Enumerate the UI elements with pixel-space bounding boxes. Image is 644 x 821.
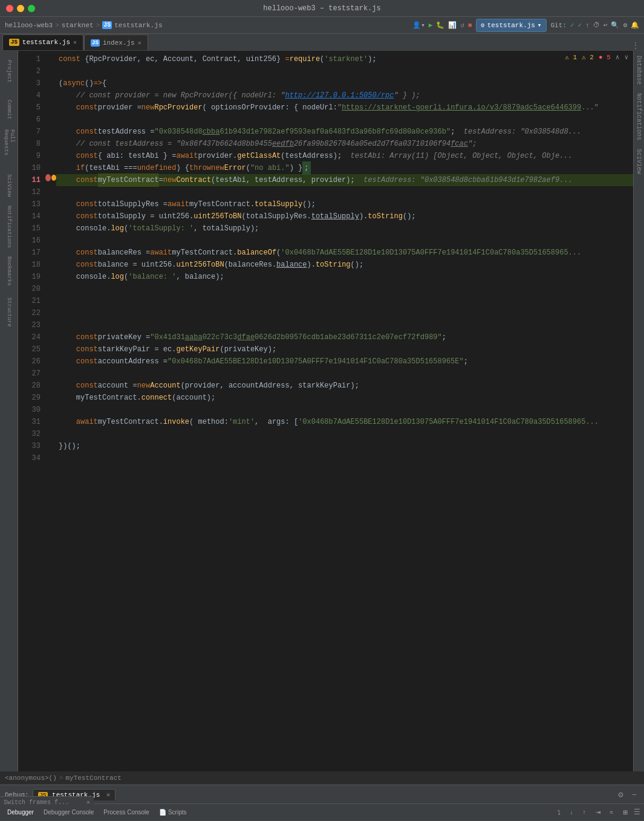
sidebar-icon-bookmarks[interactable]: Bookmarks: [2, 253, 16, 289]
code-line-2: [56, 65, 633, 77]
file-type-icon: JS: [102, 21, 112, 29]
step-out-btn[interactable]: ↑: [579, 806, 590, 819]
run-to-cursor-btn[interactable]: ⇥: [592, 806, 604, 819]
code-line-22: [56, 307, 633, 319]
git-label: Git:: [550, 22, 566, 29]
database-icon[interactable]: Database: [636, 53, 642, 87]
panel-menu-icon[interactable]: ☰: [634, 808, 640, 817]
warning-badge-1: ⚠ 1: [565, 53, 577, 61]
gutter: [45, 51, 56, 771]
reload-icon[interactable]: ↺: [460, 21, 464, 29]
code-line-7: const testAddress = "0x038548d8cbba61b94…: [56, 126, 633, 138]
collapse-icon[interactable]: ∧: [616, 53, 620, 61]
editor-menu-icon[interactable]: ⋮: [632, 41, 644, 50]
code-line-26: const accountAddress = "0x0468b7AdAE55BE…: [56, 355, 633, 368]
search-icon[interactable]: 🔍: [611, 21, 619, 29]
code-content[interactable]: const {RpcProvider, ec, Account, Contrac…: [56, 51, 633, 771]
code-line-25: const starkKeyPair = ec.getKeyPair(priva…: [56, 343, 633, 355]
debugger-console-tab-btn[interactable]: Debugger Console: [40, 806, 97, 819]
step-over-btn[interactable]: ⤵: [554, 806, 564, 819]
tab-close-teststark[interactable]: ✕: [73, 39, 77, 46]
sciview-right-icon[interactable]: SciView: [636, 146, 642, 177]
tab-teststark[interactable]: JS teststark.js ✕: [2, 34, 83, 50]
settings-icon[interactable]: ⚙: [623, 21, 627, 29]
debug-header: Debug: JS teststark.js ✕ ⚙ −: [0, 786, 644, 804]
tab-label-index: index.js: [103, 39, 135, 47]
maximize-button[interactable]: [28, 5, 35, 12]
code-line-21: [56, 295, 633, 307]
editor-area: ⚠ 1 ⚠ 2 ● 5 ∧ ∨ 12345 678910 11 12131415…: [18, 51, 633, 771]
step-into-btn[interactable]: ↓: [567, 806, 577, 819]
scripts-icon: 📄: [159, 809, 166, 816]
line-numbers: 12345 678910 11 12131415 16171819 202122…: [18, 51, 45, 771]
sidebar-icon-commit[interactable]: Commit: [2, 94, 16, 125]
tab-label-teststark: teststark.js: [22, 39, 70, 46]
code-line-19: console.log('balance: ', balance);: [56, 271, 633, 283]
code-line-9: const { abi: testAbi } = await provider.…: [56, 150, 633, 162]
top-nav: hellooo-web3 > starknet > JS teststark.j…: [0, 17, 644, 34]
breadcrumb: <anonymous>() > myTestContract: [0, 771, 644, 785]
code-line-5: const provider = new RpcProvider( option…: [56, 102, 633, 114]
code-line-8: // const testAddress = "0x86f437b6624d8b…: [56, 138, 633, 150]
run-icon[interactable]: ▶: [429, 21, 433, 29]
git-check2: ✓: [578, 21, 582, 29]
debug-panel: Debug: JS teststark.js ✕ ⚙ − Debugger De…: [0, 785, 644, 821]
code-line-18: const balance = uint256.uint256ToBN(bala…: [56, 259, 633, 271]
code-line-15: console.log('totalSupply: ', totalSupply…: [56, 222, 633, 235]
stop-icon[interactable]: ■: [468, 22, 472, 29]
breakpoint-dot-11[interactable]: [45, 174, 51, 181]
window-title: hellooo-web3 – teststark.js: [263, 4, 380, 13]
code-line-24: const privateKey = "0x41d31aaba022c73c3d…: [56, 331, 633, 343]
git-history[interactable]: ⏱: [593, 21, 600, 29]
code-line-4: // const provider = new RpcProvider({ no…: [56, 89, 633, 102]
code-line-33: })();: [56, 440, 633, 452]
sidebar-icon-sciview[interactable]: SciView: [2, 170, 16, 201]
scripts-btn[interactable]: 📄 Scripts: [155, 806, 190, 819]
nav-starknet[interactable]: starknet: [62, 22, 94, 29]
tab-icon-js: JS: [9, 39, 19, 46]
debug-close-icon[interactable]: −: [629, 790, 639, 800]
code-line-11: const myTestContract = new Contract(test…: [56, 174, 633, 186]
breadcrumb-anon: <anonymous>(): [5, 774, 57, 782]
git-undo[interactable]: ↩: [603, 21, 608, 29]
warnings-bar: ⚠ 1 ⚠ 2 ● 5 ∧ ∨: [565, 53, 628, 61]
toggle-btn[interactable]: ⊞: [619, 806, 631, 819]
nav-project[interactable]: hellooo-web3: [5, 22, 53, 29]
sidebar-icon-notifications[interactable]: Notifications: [2, 206, 16, 248]
left-sidebar: Project Commit Pull Requests SciView Not…: [0, 51, 18, 771]
run-config-icon: ⚙: [481, 22, 485, 29]
process-console-tab-btn[interactable]: Process Console: [100, 806, 153, 819]
code-line-12: [56, 186, 633, 198]
debugger-tab-btn[interactable]: Debugger: [4, 806, 37, 819]
run-selector[interactable]: ⚙ teststark.js ▾: [476, 19, 547, 32]
tab-index[interactable]: JS index.js ✕: [84, 34, 148, 50]
notifications-right-icon[interactable]: Notifications: [636, 91, 642, 143]
vcs-icon[interactable]: 👤▾: [412, 21, 425, 29]
main-area: Project Commit Pull Requests SciView Not…: [0, 51, 644, 771]
code-line-20: [56, 283, 633, 295]
expand-icon[interactable]: ∨: [624, 53, 628, 61]
breadcrumb-contract: myTestContract: [65, 774, 121, 782]
nav-file[interactable]: teststark.js: [114, 22, 162, 29]
close-button[interactable]: [6, 5, 13, 12]
sidebar-icon-project[interactable]: Project: [2, 53, 16, 89]
debug-run-icon[interactable]: 🐛: [436, 21, 444, 29]
window-controls[interactable]: [6, 5, 35, 12]
minimize-button[interactable]: [17, 5, 24, 12]
coverage-icon[interactable]: 📊: [448, 21, 457, 29]
tab-close-index[interactable]: ✕: [138, 39, 141, 47]
editor-tabs: JS teststark.js ✕ JS index.js ✕ ⋮: [0, 34, 644, 51]
code-line-28: const account = new Account(provider, ac…: [56, 380, 633, 392]
code-line-1: const {RpcProvider, ec, Account, Contrac…: [56, 53, 633, 65]
titlebar: hellooo-web3 – teststark.js: [0, 0, 644, 17]
code-line-14: const totalSupply = uint256.uint256ToBN(…: [56, 210, 633, 222]
eval-expr-btn[interactable]: ≈: [607, 806, 617, 819]
code-line-27: [56, 368, 633, 380]
sidebar-icon-pull[interactable]: Pull Requests: [2, 129, 16, 166]
notification-icon[interactable]: 🔔: [631, 21, 639, 29]
code-line-32: [56, 428, 633, 440]
debug-tab-close[interactable]: ✕: [106, 791, 111, 799]
git-push[interactable]: ↑: [585, 22, 590, 29]
debug-settings-icon[interactable]: ⚙: [616, 790, 625, 800]
sidebar-icon-structure[interactable]: Structure: [2, 294, 16, 330]
